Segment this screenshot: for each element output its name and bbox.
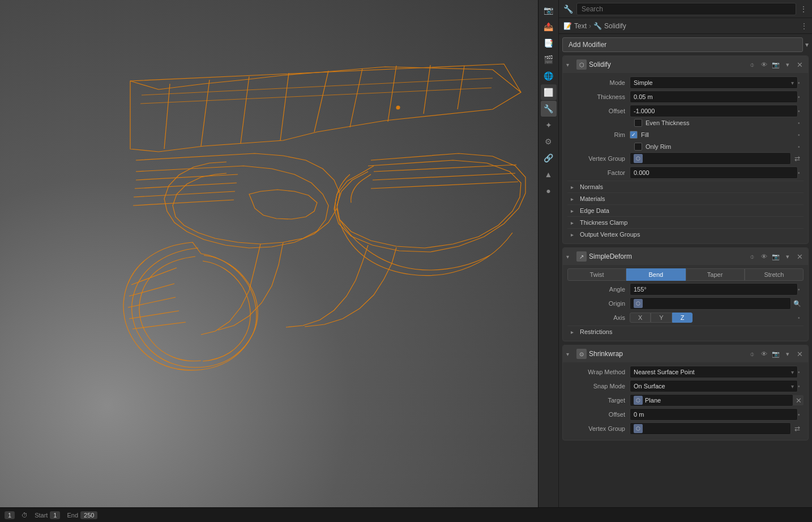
- angle-field[interactable]: 155°: [630, 283, 798, 296]
- snap-mode-row: Snap Mode On Surface ▾ •: [567, 380, 804, 392]
- sw-offset-dot: •: [798, 412, 804, 417]
- sw-offset-field[interactable]: 0 m: [630, 408, 798, 421]
- svg-line-1: [201, 80, 210, 146]
- solidify-render-btn[interactable]: 📷: [771, 59, 781, 70]
- only-rim-checkbox[interactable]: [634, 143, 642, 151]
- simpledeform-close-btn[interactable]: ✕: [794, 251, 805, 262]
- thickness-clamp-section[interactable]: ▸ Thickness Clamp: [567, 216, 804, 228]
- origin-eyedropper[interactable]: 🔍: [791, 297, 804, 310]
- offset-field[interactable]: -1.0000: [630, 105, 798, 117]
- thickness-field[interactable]: 0.05 m: [630, 91, 798, 103]
- shrinkwrap-card: ▾ ⊙ Shrinkwrap ⌽ 👁 📷 ▾ ✕ Wrap Method: [562, 345, 809, 440]
- vertex-group-swap[interactable]: ⇄: [791, 152, 804, 165]
- target-clear-btn[interactable]: ✕: [793, 395, 804, 405]
- shrinkwrap-collapse[interactable]: ▾: [566, 351, 574, 357]
- shrinkwrap-render-btn[interactable]: 📷: [771, 349, 781, 359]
- data-icon-btn[interactable]: ▲: [541, 166, 557, 182]
- simpledeform-more-btn[interactable]: ▾: [783, 251, 793, 262]
- tab-bend[interactable]: Bend: [626, 268, 685, 281]
- factor-field[interactable]: 0.000: [630, 166, 798, 179]
- constraints-icon-btn[interactable]: 🔗: [541, 150, 557, 166]
- fill-checkbox[interactable]: [630, 131, 638, 139]
- only-rim-row: Only Rim •: [567, 143, 804, 151]
- shrinkwrap-name[interactable]: Shrinkwrap: [589, 350, 745, 358]
- rim-dot: •: [798, 132, 804, 138]
- simpledeform-render-btn[interactable]: 📷: [771, 251, 781, 262]
- breadcrumb-options[interactable]: ⋮: [801, 22, 807, 30]
- shrinkwrap-more-btn[interactable]: ▾: [783, 349, 793, 359]
- sw-vg-row: Vertex Group ⬡ ⇄: [567, 422, 804, 435]
- sw-vg-field[interactable]: ⬡: [630, 422, 791, 435]
- material-icon-btn[interactable]: ●: [541, 183, 557, 199]
- origin-field[interactable]: ⬡: [630, 297, 791, 310]
- simpledeform-card: ▾ ↗ SimpleDeform ⌽ 👁 📷 ▾ ✕ Twist: [562, 247, 809, 341]
- simpledeform-collapse[interactable]: ▾: [566, 254, 574, 260]
- particles-icon-btn[interactable]: ✦: [541, 117, 557, 133]
- snap-mode-label: Snap Mode: [567, 383, 630, 390]
- even-thickness-dot: •: [798, 120, 804, 126]
- header-options-btn[interactable]: ⋮: [800, 5, 807, 14]
- snap-mode-select[interactable]: On Surface ▾: [630, 380, 798, 392]
- end-label: End: [67, 512, 78, 519]
- solidify-name[interactable]: Solidify: [589, 61, 745, 69]
- angle-dot: •: [798, 286, 804, 292]
- output-vertex-groups-section[interactable]: ▸ Output Vertex Groups: [567, 228, 804, 240]
- axis-x-btn[interactable]: X: [630, 313, 651, 323]
- even-thickness-checkbox[interactable]: [634, 119, 642, 127]
- origin-row: Origin ⬡ 🔍: [567, 297, 804, 310]
- properties-panel: Add Modifier ▾ ▾ ⬡ Solidify ⌽ 👁 📷 ▾ ✕: [559, 34, 812, 507]
- tab-twist[interactable]: Twist: [567, 268, 626, 281]
- materials-section[interactable]: ▸ Materials: [567, 192, 804, 204]
- restrictions-section[interactable]: ▸ Restrictions: [567, 326, 804, 337]
- shrinkwrap-close-btn[interactable]: ✕: [794, 349, 805, 359]
- tab-stretch[interactable]: Stretch: [745, 268, 804, 281]
- breadcrumb-solidify[interactable]: Solidify: [604, 22, 626, 30]
- render-icon-btn[interactable]: 📷: [541, 2, 557, 18]
- normals-section[interactable]: ▸ Normals: [567, 181, 804, 192]
- mode-arrow: ▾: [791, 80, 794, 86]
- viewlayer-icon-btn[interactable]: 📑: [541, 35, 557, 51]
- simpledeform-name[interactable]: SimpleDeform: [589, 253, 745, 260]
- solidify-collapse[interactable]: ▾: [566, 62, 574, 68]
- sw-vg-swap[interactable]: ⇄: [791, 422, 804, 435]
- physics-icon-btn[interactable]: ⚙: [541, 134, 557, 149]
- shrinkwrap-header: ▾ ⊙ Shrinkwrap ⌽ 👁 📷 ▾ ✕: [563, 345, 808, 362]
- vertex-group-field[interactable]: ⬡: [630, 152, 791, 165]
- frame-status: 1: [5, 511, 15, 519]
- restrictions-label: Restrictions: [580, 328, 612, 335]
- factor-label: Factor: [567, 169, 630, 176]
- solidify-close-btn[interactable]: ✕: [794, 59, 805, 70]
- simpledeform-funnel-btn[interactable]: ⌽: [747, 251, 757, 262]
- output-icon-btn[interactable]: 📤: [541, 19, 557, 35]
- svg-line-13: [374, 165, 516, 172]
- axis-y-btn[interactable]: Y: [651, 313, 672, 323]
- add-modifier-button[interactable]: Add Modifier: [562, 37, 803, 52]
- restrictions-arrow: ▸: [571, 329, 578, 335]
- simpledeform-eye-btn[interactable]: 👁: [759, 251, 769, 262]
- mode-value: Simple: [634, 79, 653, 86]
- viewport-3d[interactable]: [0, 0, 538, 507]
- object-icon-btn[interactable]: ⬜: [541, 84, 557, 100]
- solidify-funnel-btn[interactable]: ⌽: [747, 59, 757, 70]
- shrinkwrap-funnel-btn[interactable]: ⌽: [747, 349, 757, 359]
- fill-label: Fill: [641, 131, 649, 138]
- svg-line-15: [371, 182, 518, 189]
- breadcrumb-text[interactable]: Text: [574, 22, 587, 30]
- wrap-method-select[interactable]: Nearest Surface Point ▾: [630, 366, 798, 378]
- svg-line-7: [424, 65, 430, 114]
- edge-data-section[interactable]: ▸ Edge Data: [567, 204, 804, 216]
- mode-select[interactable]: Simple ▾: [630, 76, 798, 89]
- target-field[interactable]: ⬡ Plane: [630, 394, 793, 407]
- solidify-eye-btn[interactable]: 👁: [759, 59, 769, 70]
- axis-z-btn[interactable]: Z: [672, 313, 693, 323]
- axis-label: Axis: [567, 314, 630, 321]
- svg-line-10: [135, 183, 237, 189]
- shrinkwrap-eye-btn[interactable]: 👁: [759, 349, 769, 359]
- modifier-icon-btn[interactable]: 🔧: [541, 101, 557, 117]
- tab-taper[interactable]: Taper: [686, 268, 745, 281]
- search-input[interactable]: [576, 3, 796, 15]
- origin-label: Origin: [567, 300, 630, 307]
- scene-icon-btn[interactable]: 🎬: [541, 52, 557, 67]
- solidify-more-btn[interactable]: ▾: [783, 59, 793, 70]
- world-icon-btn[interactable]: 🌐: [541, 68, 557, 84]
